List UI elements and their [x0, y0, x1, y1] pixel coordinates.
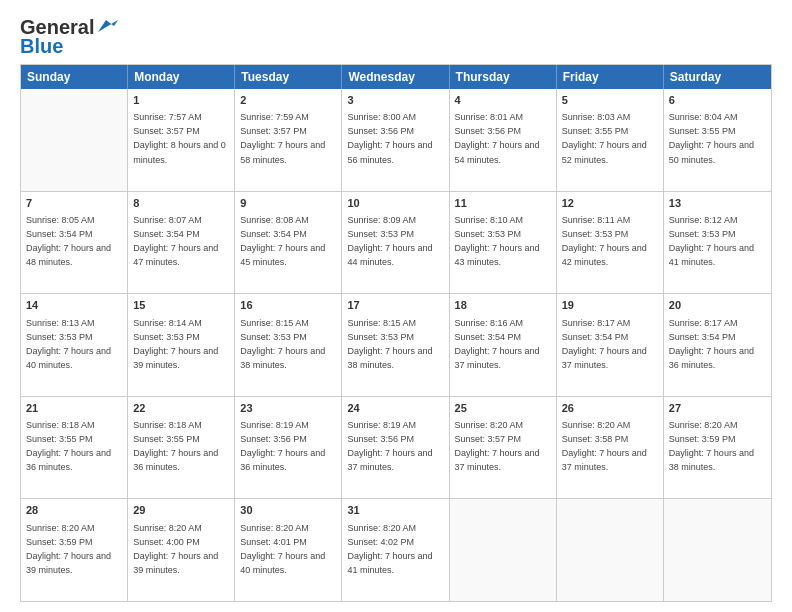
logo: General Blue — [20, 16, 118, 58]
logo-icon — [96, 18, 118, 34]
cell-sunrise: Sunrise: 7:59 AMSunset: 3:57 PMDaylight:… — [240, 112, 325, 164]
cell-sunrise: Sunrise: 8:20 AMSunset: 4:02 PMDaylight:… — [347, 523, 432, 575]
week-row-0: 1Sunrise: 7:57 AMSunset: 3:57 PMDaylight… — [21, 89, 771, 191]
svg-marker-0 — [98, 20, 118, 32]
day-header-wednesday: Wednesday — [342, 65, 449, 89]
day-cell-17: 17Sunrise: 8:15 AMSunset: 3:53 PMDayligh… — [342, 294, 449, 396]
empty-cell — [21, 89, 128, 191]
logo-blue: Blue — [20, 35, 63, 58]
week-row-4: 28Sunrise: 8:20 AMSunset: 3:59 PMDayligh… — [21, 498, 771, 601]
day-cell-25: 25Sunrise: 8:20 AMSunset: 3:57 PMDayligh… — [450, 397, 557, 499]
cell-sunrise: Sunrise: 8:20 AMSunset: 3:58 PMDaylight:… — [562, 420, 647, 472]
cell-sunrise: Sunrise: 8:07 AMSunset: 3:54 PMDaylight:… — [133, 215, 218, 267]
cell-sunrise: Sunrise: 8:01 AMSunset: 3:56 PMDaylight:… — [455, 112, 540, 164]
cell-sunrise: Sunrise: 8:20 AMSunset: 4:01 PMDaylight:… — [240, 523, 325, 575]
day-number: 10 — [347, 196, 443, 211]
cell-sunrise: Sunrise: 8:04 AMSunset: 3:55 PMDaylight:… — [669, 112, 754, 164]
cell-sunrise: Sunrise: 8:20 AMSunset: 3:57 PMDaylight:… — [455, 420, 540, 472]
day-cell-15: 15Sunrise: 8:14 AMSunset: 3:53 PMDayligh… — [128, 294, 235, 396]
day-number: 6 — [669, 93, 766, 108]
day-header-thursday: Thursday — [450, 65, 557, 89]
day-header-monday: Monday — [128, 65, 235, 89]
day-cell-1: 1Sunrise: 7:57 AMSunset: 3:57 PMDaylight… — [128, 89, 235, 191]
day-number: 1 — [133, 93, 229, 108]
calendar: SundayMondayTuesdayWednesdayThursdayFrid… — [20, 64, 772, 602]
day-number: 12 — [562, 196, 658, 211]
day-number: 26 — [562, 401, 658, 416]
day-number: 7 — [26, 196, 122, 211]
day-header-tuesday: Tuesday — [235, 65, 342, 89]
cell-sunrise: Sunrise: 8:18 AMSunset: 3:55 PMDaylight:… — [133, 420, 218, 472]
day-cell-26: 26Sunrise: 8:20 AMSunset: 3:58 PMDayligh… — [557, 397, 664, 499]
day-cell-13: 13Sunrise: 8:12 AMSunset: 3:53 PMDayligh… — [664, 192, 771, 294]
day-cell-12: 12Sunrise: 8:11 AMSunset: 3:53 PMDayligh… — [557, 192, 664, 294]
day-cell-6: 6Sunrise: 8:04 AMSunset: 3:55 PMDaylight… — [664, 89, 771, 191]
cell-sunrise: Sunrise: 8:17 AMSunset: 3:54 PMDaylight:… — [669, 318, 754, 370]
day-cell-22: 22Sunrise: 8:18 AMSunset: 3:55 PMDayligh… — [128, 397, 235, 499]
header: General Blue — [20, 16, 772, 58]
day-cell-28: 28Sunrise: 8:20 AMSunset: 3:59 PMDayligh… — [21, 499, 128, 601]
day-header-friday: Friday — [557, 65, 664, 89]
day-number: 11 — [455, 196, 551, 211]
cell-sunrise: Sunrise: 8:16 AMSunset: 3:54 PMDaylight:… — [455, 318, 540, 370]
day-cell-16: 16Sunrise: 8:15 AMSunset: 3:53 PMDayligh… — [235, 294, 342, 396]
day-number: 21 — [26, 401, 122, 416]
cell-sunrise: Sunrise: 8:11 AMSunset: 3:53 PMDaylight:… — [562, 215, 647, 267]
day-number: 20 — [669, 298, 766, 313]
day-cell-29: 29Sunrise: 8:20 AMSunset: 4:00 PMDayligh… — [128, 499, 235, 601]
day-cell-21: 21Sunrise: 8:18 AMSunset: 3:55 PMDayligh… — [21, 397, 128, 499]
week-row-2: 14Sunrise: 8:13 AMSunset: 3:53 PMDayligh… — [21, 293, 771, 396]
day-number: 15 — [133, 298, 229, 313]
cell-sunrise: Sunrise: 8:05 AMSunset: 3:54 PMDaylight:… — [26, 215, 111, 267]
cell-sunrise: Sunrise: 8:20 AMSunset: 4:00 PMDaylight:… — [133, 523, 218, 575]
cell-sunrise: Sunrise: 8:15 AMSunset: 3:53 PMDaylight:… — [240, 318, 325, 370]
day-number: 9 — [240, 196, 336, 211]
day-number: 4 — [455, 93, 551, 108]
cell-sunrise: Sunrise: 8:18 AMSunset: 3:55 PMDaylight:… — [26, 420, 111, 472]
day-cell-8: 8Sunrise: 8:07 AMSunset: 3:54 PMDaylight… — [128, 192, 235, 294]
day-cell-31: 31Sunrise: 8:20 AMSunset: 4:02 PMDayligh… — [342, 499, 449, 601]
day-header-sunday: Sunday — [21, 65, 128, 89]
week-row-3: 21Sunrise: 8:18 AMSunset: 3:55 PMDayligh… — [21, 396, 771, 499]
day-number: 30 — [240, 503, 336, 518]
day-number: 14 — [26, 298, 122, 313]
day-number: 22 — [133, 401, 229, 416]
cell-sunrise: Sunrise: 8:17 AMSunset: 3:54 PMDaylight:… — [562, 318, 647, 370]
cell-sunrise: Sunrise: 8:19 AMSunset: 3:56 PMDaylight:… — [347, 420, 432, 472]
calendar-body: 1Sunrise: 7:57 AMSunset: 3:57 PMDaylight… — [21, 89, 771, 601]
cell-sunrise: Sunrise: 8:03 AMSunset: 3:55 PMDaylight:… — [562, 112, 647, 164]
day-number: 16 — [240, 298, 336, 313]
cell-sunrise: Sunrise: 8:15 AMSunset: 3:53 PMDaylight:… — [347, 318, 432, 370]
day-cell-3: 3Sunrise: 8:00 AMSunset: 3:56 PMDaylight… — [342, 89, 449, 191]
day-number: 17 — [347, 298, 443, 313]
day-cell-19: 19Sunrise: 8:17 AMSunset: 3:54 PMDayligh… — [557, 294, 664, 396]
empty-cell — [664, 499, 771, 601]
page: General Blue SundayMondayTuesdayWednesda… — [0, 0, 792, 612]
day-number: 2 — [240, 93, 336, 108]
empty-cell — [557, 499, 664, 601]
day-cell-11: 11Sunrise: 8:10 AMSunset: 3:53 PMDayligh… — [450, 192, 557, 294]
day-number: 8 — [133, 196, 229, 211]
cell-sunrise: Sunrise: 7:57 AMSunset: 3:57 PMDaylight:… — [133, 112, 226, 164]
cell-sunrise: Sunrise: 8:08 AMSunset: 3:54 PMDaylight:… — [240, 215, 325, 267]
day-cell-18: 18Sunrise: 8:16 AMSunset: 3:54 PMDayligh… — [450, 294, 557, 396]
day-cell-9: 9Sunrise: 8:08 AMSunset: 3:54 PMDaylight… — [235, 192, 342, 294]
day-cell-5: 5Sunrise: 8:03 AMSunset: 3:55 PMDaylight… — [557, 89, 664, 191]
cell-sunrise: Sunrise: 8:09 AMSunset: 3:53 PMDaylight:… — [347, 215, 432, 267]
day-cell-14: 14Sunrise: 8:13 AMSunset: 3:53 PMDayligh… — [21, 294, 128, 396]
cell-sunrise: Sunrise: 8:10 AMSunset: 3:53 PMDaylight:… — [455, 215, 540, 267]
calendar-header: SundayMondayTuesdayWednesdayThursdayFrid… — [21, 65, 771, 89]
day-number: 24 — [347, 401, 443, 416]
cell-sunrise: Sunrise: 8:00 AMSunset: 3:56 PMDaylight:… — [347, 112, 432, 164]
cell-sunrise: Sunrise: 8:20 AMSunset: 3:59 PMDaylight:… — [26, 523, 111, 575]
cell-sunrise: Sunrise: 8:20 AMSunset: 3:59 PMDaylight:… — [669, 420, 754, 472]
day-number: 13 — [669, 196, 766, 211]
cell-sunrise: Sunrise: 8:13 AMSunset: 3:53 PMDaylight:… — [26, 318, 111, 370]
day-cell-23: 23Sunrise: 8:19 AMSunset: 3:56 PMDayligh… — [235, 397, 342, 499]
day-number: 28 — [26, 503, 122, 518]
week-row-1: 7Sunrise: 8:05 AMSunset: 3:54 PMDaylight… — [21, 191, 771, 294]
day-cell-24: 24Sunrise: 8:19 AMSunset: 3:56 PMDayligh… — [342, 397, 449, 499]
day-cell-4: 4Sunrise: 8:01 AMSunset: 3:56 PMDaylight… — [450, 89, 557, 191]
day-cell-20: 20Sunrise: 8:17 AMSunset: 3:54 PMDayligh… — [664, 294, 771, 396]
cell-sunrise: Sunrise: 8:12 AMSunset: 3:53 PMDaylight:… — [669, 215, 754, 267]
